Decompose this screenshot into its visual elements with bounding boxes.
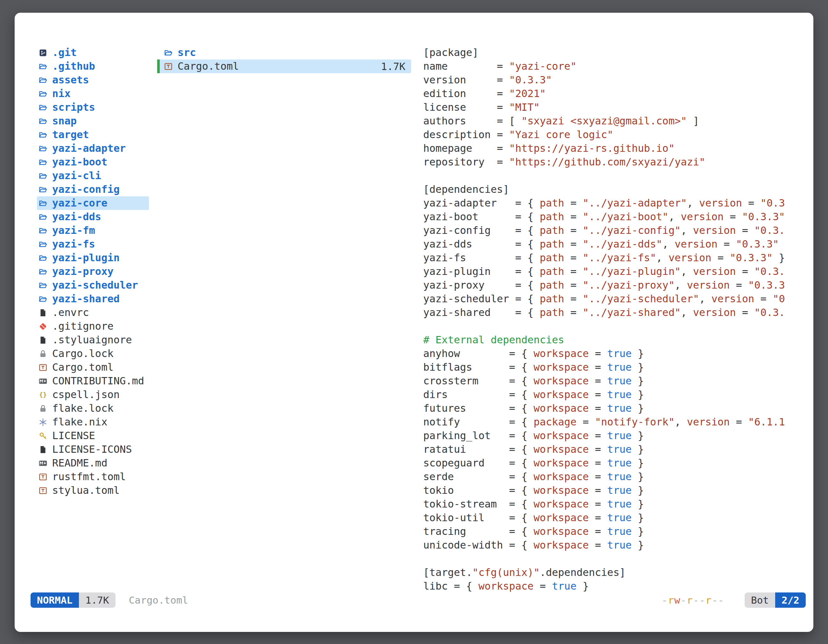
dir-row[interactable]: scripts [37,100,149,114]
folder-open-icon [38,144,48,154]
file-row[interactable]: Cargo.toml1.7K [157,60,411,73]
syntax-token: path [540,265,564,277]
file-row[interactable]: LICENSE [37,429,149,443]
syntax-token: workspace [534,498,589,510]
syntax-token: repository = [423,156,509,168]
dir-row[interactable]: yazi-config [37,183,149,196]
syntax-token: parking_lot = { [423,429,534,442]
dir-row[interactable]: yazi-adapter [37,142,149,155]
syntax-token: = [589,512,607,524]
preview-line: [target."cfg(unix)".dependencies] [423,566,813,580]
syntax-token: version [693,224,736,237]
dir-row[interactable]: target [37,128,149,142]
markdown-icon [38,376,48,386]
permission-char: - [712,594,718,606]
size-badge: 1.7K [79,592,116,608]
syntax-token: } [632,443,644,455]
dir-row[interactable]: yazi-plugin [37,251,149,265]
file-row[interactable]: README.md [37,456,149,470]
preview-line: yazi-adapter = { path = "../yazi-adapter… [423,196,813,210]
preview-line: name = "yazi-core" [423,60,813,73]
syntax-token: = [564,279,583,291]
syntax-token: homepage = [423,142,509,154]
dir-row[interactable]: yazi-core [37,196,149,210]
file-row[interactable]: .gitignore [37,320,149,333]
dir-row[interactable]: yazi-boot [37,155,149,169]
syntax-token: libc = { [423,580,478,592]
file-row[interactable]: flake.lock [37,401,149,415]
syntax-token: "../yazi-proxy" [583,279,674,291]
selection-marker [157,60,160,73]
dir-row[interactable]: snap [37,114,149,128]
item-label: yazi-boot [52,155,107,169]
syntax-token: "../yazi-dds" [583,238,662,250]
dir-row[interactable]: yazi-fm [37,224,149,237]
mode-badge: NORMAL [31,592,79,608]
item-label: Cargo.toml [177,60,239,73]
folder-open-icon [38,171,48,181]
syntax-token: # External dependencies [423,334,564,346]
toml-icon [163,62,173,71]
file-row[interactable]: CONTRIBUTING.md [37,374,149,388]
file-row[interactable]: flake.nix [37,415,149,429]
syntax-token: "cfg(unix)" [472,566,540,578]
file-icon [38,445,48,454]
item-label: README.md [52,456,107,470]
item-label: nix [52,87,71,100]
file-row[interactable]: Cargo.lock [37,347,149,360]
syntax-token: true [607,484,632,497]
file-row[interactable]: .envrc [37,306,149,320]
syntax-token: yazi-plugin = { [423,265,540,277]
dir-row[interactable]: src [157,46,411,60]
dir-row[interactable]: nix [37,87,149,100]
permission-char: r [687,594,693,606]
syntax-token: = [736,265,754,277]
syntax-token: name = [423,60,509,72]
dir-row[interactable]: .github [37,60,149,73]
preview-line [423,169,813,183]
preview-line [423,552,813,566]
syntax-token: = [589,402,607,414]
item-label: yazi-proxy [52,265,114,278]
syntax-token: = [589,484,607,497]
file-row[interactable]: LICENSE-ICONS [37,443,149,456]
dir-row[interactable]: yazi-shared [37,292,149,306]
dir-row[interactable]: assets [37,73,149,87]
file-row[interactable]: .styluaignore [37,333,149,347]
syntax-token: workspace [534,512,589,524]
file-row[interactable]: {}cspell.json [37,388,149,401]
syntax-token: bitflags = { [423,361,534,373]
syntax-token: "yazi-core" [509,60,577,72]
preview-line: yazi-boot = { path = "../yazi-boot", ver… [423,210,813,224]
file-row[interactable]: stylua.toml [37,484,149,497]
page-badge: 2/2 [775,592,806,608]
syntax-token: [dependencies] [423,183,509,195]
dir-row[interactable]: yazi-fs [37,237,149,251]
syntax-token: "0.3.3 [748,279,785,291]
dir-row[interactable]: yazi-cli [37,169,149,183]
permission-char: r [668,594,674,606]
syntax-token: = [730,416,748,428]
dir-row[interactable]: yazi-proxy [37,265,149,278]
syntax-token: version [674,238,718,250]
preview-line: yazi-dds = { path = "../yazi-dds", versi… [423,237,813,251]
syntax-token: license = [423,101,509,113]
snowflake-icon [38,417,48,427]
dir-row[interactable]: yazi-dds [37,210,149,224]
syntax-token: "0.3.3" [736,238,779,250]
dir-row[interactable]: yazi-scheduler [37,278,149,292]
syntax-token: = [730,279,748,291]
item-label: yazi-scheduler [52,278,138,292]
preview-pane: [package]name = "yazi-core"version = "0.… [423,46,813,595]
file-row[interactable]: rustfmt.toml [37,470,149,484]
syntax-token: path [540,306,564,318]
syntax-token: = [564,293,583,305]
preview-line: libc = { workspace = true } [423,580,813,593]
file-row[interactable]: Cargo.toml [37,360,149,374]
item-label: scripts [52,100,95,114]
syntax-token: = [564,265,583,277]
syntax-token: } [632,429,644,442]
folder-open-icon [38,294,48,304]
syntax-token: true [607,348,632,360]
dir-row[interactable]: .git [37,46,149,60]
